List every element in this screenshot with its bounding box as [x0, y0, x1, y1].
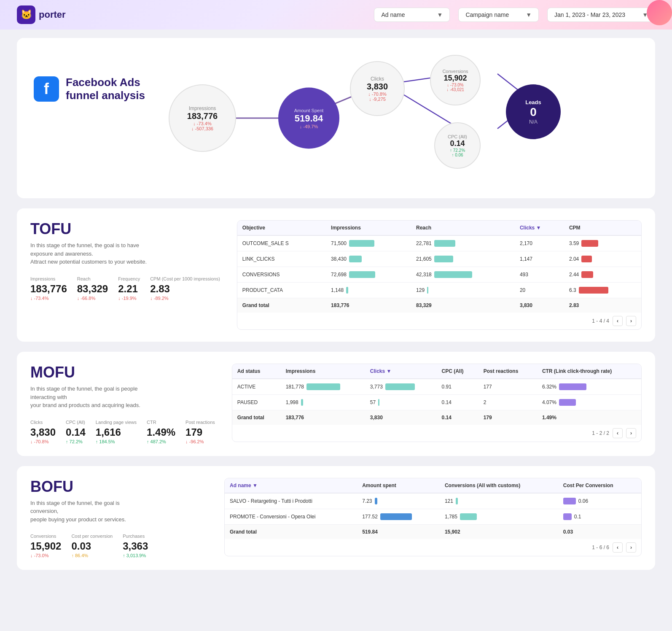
table-row: CONVERSIONS 72,698 42,318 493 2.44 [237, 267, 641, 283]
table-row: PAUSED 1,998 57 0.14 2 4.07% [232, 395, 641, 410]
mofu-table-wrapper: Ad status Impressions Clicks ▼ CPC (All)… [232, 364, 642, 444]
tofu-pagination: 1 - 4 / 4 ‹ › [237, 313, 641, 329]
mofu-desc: In this stage of the funnel, the goal is… [30, 385, 148, 410]
table-row: PRODUCT_CATA 1,148 129 20 6.3 [237, 283, 641, 298]
metric-purchases: Purchases 3,363 ↑ 3,013.9% [123, 534, 148, 558]
metric-cpm: CPM (Cost per 1000 impressions) 2.83 ↓ -… [150, 276, 220, 301]
ad-name-arrow: ▼ [437, 11, 443, 18]
mofu-pagination: 1 - 2 / 2 ‹ › [232, 425, 641, 442]
col-impressions: Impressions [326, 221, 411, 235]
grand-total-row: Grand total 183,776 83,329 3,830 2.83 [237, 298, 641, 313]
bofu-desc: In this stage of the funnel, the goal is… [30, 499, 148, 524]
prev-page-button[interactable]: ‹ [613, 316, 623, 326]
metric-impressions: Impressions 183,776 ↓ -73.4% [30, 276, 67, 301]
table-row: ACTIVE 181,778 3,773 0.91 177 6.32% [232, 379, 641, 395]
table-row: SALVO - Retargeting - Tutti i Prodotti 7… [225, 493, 641, 509]
funnel-section: f Facebook Ads funnel analysis [17, 38, 655, 198]
col-ad-name[interactable]: Ad name ▼ [225, 478, 357, 493]
col-ctr-link: CTR (Link click-through rate) [537, 364, 641, 379]
col-cost-per-conversion: Cost Per Conversion [558, 478, 641, 493]
leads-node: Leads 0 N/A [506, 84, 561, 139]
bofu-table-wrapper: Ad name ▼ Amount spent Conversions (All … [224, 478, 642, 558]
tofu-left: TOFU In this stage of the funnel, the go… [30, 220, 220, 330]
bofu-tag: BOFU [30, 478, 207, 496]
logo-text: porter [39, 9, 66, 20]
funnel-title: Facebook Ads funnel analysis [66, 76, 145, 102]
bofu-section: BOFU In this stage of the funnel, the go… [17, 466, 655, 570]
metric-reach: Reach 83,329 ↓ -66.8% [77, 276, 108, 301]
campaign-name-arrow: ▼ [526, 11, 532, 18]
mofu-metrics: Clicks 3,830 ↓ -70.8% CPC (All) 0.14 ↑ 7… [30, 420, 215, 444]
prev-page-button-mofu[interactable]: ‹ [613, 428, 623, 438]
grand-total-row: Grand total 519.84 15,902 0.03 [225, 524, 641, 539]
col-cpm: CPM [564, 221, 641, 235]
col-cpc-all2: CPC (All) [436, 364, 478, 379]
metric-lpv: Landing page views 1,616 ↑ 184.5% [96, 420, 137, 444]
col-impressions2: Impressions [281, 364, 365, 379]
tofu-table-wrapper: Objective Impressions Reach Clicks ▼ CPM… [237, 220, 642, 330]
next-page-button[interactable]: › [626, 316, 636, 326]
tofu-section: TOFU In this stage of the funnel, the go… [17, 208, 655, 342]
bofu-metrics: Conversions 15,902 ↓ -73.0% Cost per con… [30, 534, 207, 558]
metric-cost-conversion: Cost per conversion 0.03 ↑ 86.4% [71, 534, 113, 558]
conversions-node: Conversions 15,902 ↓ -73.0% ↓ -43,021 [430, 55, 481, 105]
logo-icon: 🐱 [17, 5, 35, 24]
cpc-node: CPC (All) 0.14 ↑ 72.2% ↑ 0.06 [434, 122, 481, 169]
prev-page-button-bofu[interactable]: ‹ [613, 542, 623, 553]
tofu-metrics: Impressions 183,776 ↓ -73.4% Reach 83,32… [30, 276, 220, 301]
metric-cpc-all: CPC (All) 0.14 ↑ 72.2% [66, 420, 86, 444]
campaign-name-label: Campaign name [465, 11, 509, 18]
bofu-left: BOFU In this stage of the funnel, the go… [30, 478, 207, 558]
logo-area: 🐱 porter [17, 5, 66, 24]
col-conversions-all: Conversions (All with customs) [440, 478, 558, 493]
campaign-name-dropdown[interactable]: Campaign name ▼ [458, 8, 539, 22]
metric-clicks: Clicks 3,830 ↓ -70.8% [30, 420, 56, 444]
impressions-node: Impressions 183,776 ↓ -73.4% ↓ -507,336 [169, 84, 236, 152]
grand-total-row: Grand total 183,776 3,830 0.14 179 1.49% [232, 410, 641, 425]
tofu-table: Objective Impressions Reach Clicks ▼ CPM… [237, 221, 641, 313]
next-page-button-bofu[interactable]: › [626, 542, 636, 553]
date-range-dropdown[interactable]: Jan 1, 2023 - Mar 23, 2023 ▼ [547, 8, 655, 22]
col-reach: Reach [411, 221, 515, 235]
metric-ctr: CTR 1.49% ↑ 487.2% [147, 420, 175, 444]
col-amount-spent: Amount spent [357, 478, 440, 493]
col-ad-status: Ad status [232, 364, 281, 379]
mofu-section: MOFU In this stage of the funnel, the go… [17, 352, 655, 456]
ad-name-label: Ad name [381, 11, 405, 18]
metric-frequency: Frequency 2.21 ↓ -19.9% [118, 276, 140, 301]
mofu-table: Ad status Impressions Clicks ▼ CPC (All)… [232, 364, 641, 425]
next-page-button-mofu[interactable]: › [626, 428, 636, 438]
facebook-icon: f [34, 76, 59, 102]
mofu-left: MOFU In this stage of the funnel, the go… [30, 364, 215, 444]
bofu-table: Ad name ▼ Amount spent Conversions (All … [225, 478, 641, 539]
mofu-tag: MOFU [30, 364, 215, 381]
tofu-desc: In this stage of the funnel, the goal is… [30, 241, 148, 266]
table-row: LINK_CLICKS 38,430 21,605 1,147 2.04 [237, 251, 641, 267]
clicks-node: Clicks 3,830 ↓ -70.8% ↓ -9,275 [350, 61, 405, 116]
col-objective: Objective [237, 221, 326, 235]
ad-name-dropdown[interactable]: Ad name ▼ [374, 8, 450, 22]
col-clicks-sorted[interactable]: Clicks ▼ [515, 221, 564, 235]
top-right-decoration [647, 0, 672, 25]
amount-spent-node: Amount Spent 519.84 ↓ -49.7% [278, 88, 339, 149]
metric-conversions: Conversions 15,902 ↓ -73.0% [30, 534, 61, 558]
metric-post-reactions: Post reactions 179 ↓ -96.2% [185, 420, 215, 444]
date-range-label: Jan 1, 2023 - Mar 23, 2023 [554, 11, 625, 18]
table-row: OUTCOME_SALE S 71,500 22,781 2,170 3.59 [237, 235, 641, 251]
bofu-pagination: 1 - 6 / 6 ‹ › [225, 539, 641, 556]
table-row: PROMOTE - Conversioni - Opera Olei 177.5… [225, 509, 641, 524]
tofu-tag: TOFU [30, 220, 220, 238]
col-clicks-sorted2[interactable]: Clicks ▼ [365, 364, 437, 379]
col-post-reactions: Post reactions [478, 364, 537, 379]
